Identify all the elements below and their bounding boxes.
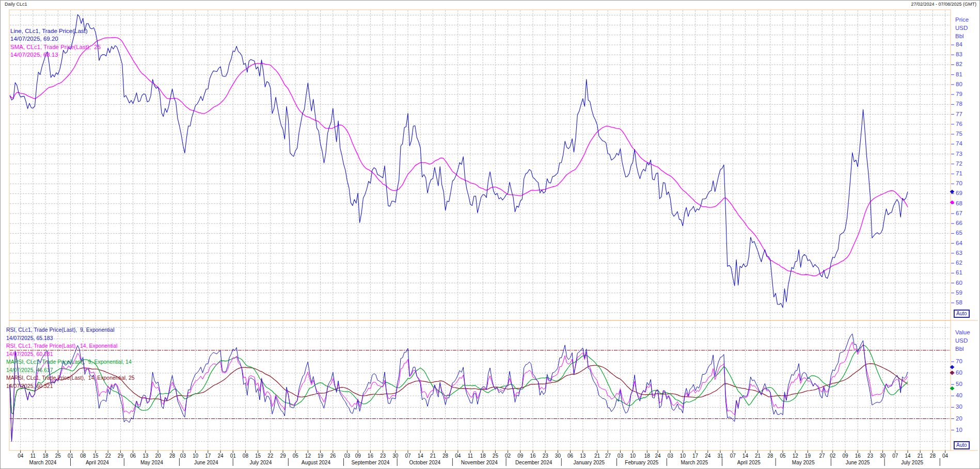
- legend-line: 14/07/2025, 60.321: [6, 382, 135, 391]
- legend-line: RSI, CLc1, Trade Price(Last), 9, Exponen…: [6, 326, 135, 334]
- value-axis-unit2: Bbl: [955, 346, 964, 352]
- legend-line: 14/07/2025, 69.20: [10, 35, 101, 43]
- legend-line: 14/07/2025, 46.617: [6, 366, 135, 375]
- legend-line: RSI, CLc1, Trade Price(Last), 14, Expone…: [6, 342, 135, 350]
- value-axis-title: Value: [955, 329, 970, 335]
- rsi-14-line: [10, 342, 908, 442]
- legend-line: 14/07/2025, 68.13: [10, 51, 101, 59]
- price-axis-unit2: Bbl: [955, 33, 964, 39]
- rsi-pane-legend: RSI, CLc1, Trade Price(Last), 9, Exponen…: [6, 326, 135, 390]
- legend-line: 14/07/2025, 60.281: [6, 350, 135, 359]
- legend-line: 14/07/2025, 65.183: [6, 334, 135, 343]
- chart-window: Daily CLc1 27/02/2024 - 07/08/2025 (GMT)…: [0, 0, 980, 469]
- rsi-9-line: [10, 334, 908, 442]
- legend-line: Line, CLc1, Trade Price(Last): [10, 27, 101, 35]
- price-axis-unit: USD: [955, 25, 968, 31]
- price-axis-auto-button[interactable]: Auto: [954, 310, 969, 317]
- value-axis-unit: USD: [955, 337, 968, 344]
- legend-line: SMA, CLc1, Trade Price(Last), 25: [10, 43, 101, 51]
- value-axis-auto-button[interactable]: Auto: [954, 442, 969, 449]
- sma-25-line: [10, 38, 908, 276]
- price-axis-title: Price: [955, 17, 969, 23]
- price-line: [10, 14, 908, 308]
- price-pane-border: [9, 10, 951, 320]
- chart-plot-area[interactable]: [1, 1, 980, 469]
- legend-line: MARSI, CLc1, Trade Price(Last), 14, Expo…: [6, 374, 135, 382]
- price-pane-legend: Line, CLc1, Trade Price(Last)14/07/2025,…: [10, 27, 101, 59]
- rsi-pane-border: [9, 320, 951, 450]
- legend-line: MARSI, CLc1, Trade Price(Last), 9, Expon…: [6, 358, 135, 366]
